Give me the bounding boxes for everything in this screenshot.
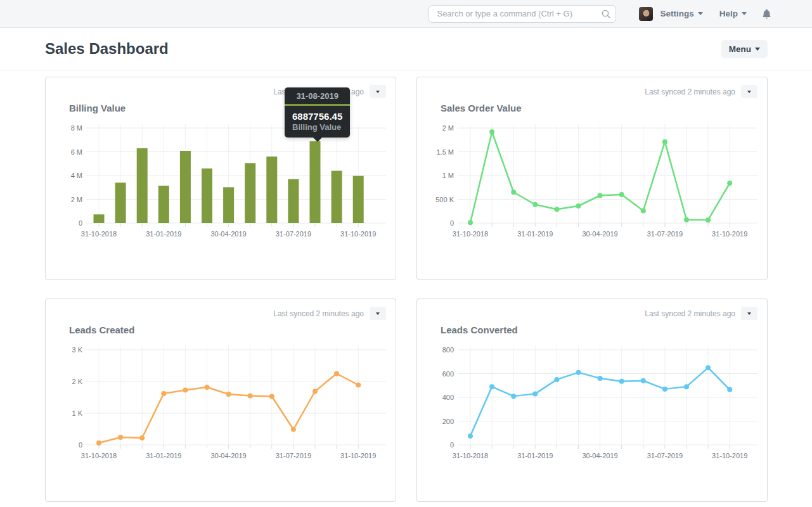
- svg-text:2 M: 2 M: [442, 124, 454, 132]
- chart-title: Leads Converted: [441, 324, 767, 335]
- svg-text:0: 0: [450, 441, 454, 449]
- menu-button-label: Menu: [729, 44, 751, 54]
- svg-text:31-10-2018: 31-10-2018: [453, 452, 488, 459]
- search-input[interactable]: [429, 5, 616, 23]
- svg-text:600: 600: [442, 370, 454, 378]
- chart-card-billing-value: Last synced 2 minutes ago Billing Value …: [45, 77, 396, 280]
- chevron-down-icon: [755, 48, 760, 51]
- svg-text:30-04-2019: 30-04-2019: [582, 452, 617, 459]
- svg-text:30-04-2019: 30-04-2019: [210, 452, 246, 459]
- chevron-down-icon: [376, 91, 380, 93]
- svg-text:1 M: 1 M: [442, 172, 454, 179]
- page-header: Sales Dashboard Menu: [0, 28, 812, 70]
- chevron-down-icon: [742, 12, 747, 15]
- chart-title: Sales Order Value: [441, 103, 767, 113]
- last-synced-text: Last synced 2 minutes ago: [645, 309, 735, 318]
- leads-converted-chart[interactable]: 020040060080031-10-201831-01-201930-04-2…: [417, 337, 767, 464]
- chart-card-sales-order-value: Last synced 2 minutes ago Sales Order Va…: [416, 77, 768, 280]
- svg-text:0: 0: [79, 441, 82, 449]
- card-menu-button[interactable]: [741, 85, 757, 98]
- chevron-down-icon: [747, 91, 751, 93]
- help-label: Help: [719, 9, 738, 18]
- svg-text:31-07-2019: 31-07-2019: [647, 230, 683, 238]
- svg-text:30-04-2019: 30-04-2019: [582, 230, 617, 238]
- svg-text:31-10-2019: 31-10-2019: [340, 452, 376, 459]
- search-icon: [602, 10, 610, 18]
- settings-menu[interactable]: Settings: [660, 9, 702, 18]
- svg-text:200: 200: [442, 418, 454, 425]
- notification-bell-icon[interactable]: [762, 9, 771, 19]
- tooltip-label: Billing Value: [285, 122, 350, 138]
- tooltip-value: 6887756.45: [285, 106, 350, 122]
- svg-text:500 K: 500 K: [435, 196, 454, 203]
- leads-created-chart[interactable]: 01 K2 K3 K31-10-201831-01-201930-04-2019…: [46, 337, 396, 464]
- global-search[interactable]: [429, 5, 616, 23]
- svg-text:8 M: 8 M: [71, 124, 82, 132]
- help-menu[interactable]: Help: [719, 9, 747, 18]
- svg-text:1.5 M: 1.5 M: [436, 148, 454, 156]
- chart-title: Leads Created: [69, 324, 396, 335]
- svg-text:400: 400: [442, 394, 454, 401]
- svg-text:30-04-2019: 30-04-2019: [210, 230, 246, 238]
- dashboard-grid: Last synced 2 minutes ago Billing Value …: [45, 77, 768, 502]
- last-synced-text: Last synced 2 minutes ago: [273, 309, 364, 318]
- page-title: Sales Dashboard: [45, 40, 169, 58]
- svg-text:31-10-2018: 31-10-2018: [453, 230, 488, 238]
- svg-text:31-10-2019: 31-10-2019: [340, 230, 376, 238]
- sales-order-value-chart[interactable]: 0500 K1 M1.5 M2 M31-10-201831-01-201930-…: [417, 115, 767, 242]
- chevron-down-icon: [376, 312, 380, 315]
- svg-text:31-07-2019: 31-07-2019: [276, 452, 311, 459]
- svg-text:31-10-2019: 31-10-2019: [712, 230, 747, 238]
- svg-text:31-07-2019: 31-07-2019: [647, 452, 683, 459]
- tooltip-arrow: [313, 138, 322, 142]
- svg-text:31-01-2019: 31-01-2019: [146, 452, 181, 459]
- svg-text:31-10-2018: 31-10-2018: [81, 230, 117, 238]
- svg-text:1 K: 1 K: [72, 409, 82, 417]
- svg-text:3 K: 3 K: [72, 346, 82, 354]
- svg-text:2 M: 2 M: [71, 196, 82, 203]
- card-menu-button[interactable]: [741, 307, 757, 320]
- chevron-down-icon: [747, 312, 751, 315]
- chart-tooltip: 31-08-2019 6887756.45 Billing Value: [285, 87, 350, 138]
- chart-card-leads-converted: Last synced 2 minutes ago Leads Converte…: [416, 298, 768, 502]
- svg-text:31-01-2019: 31-01-2019: [517, 230, 553, 238]
- svg-text:0: 0: [450, 219, 454, 227]
- svg-text:800: 800: [442, 346, 454, 354]
- settings-label: Settings: [660, 9, 693, 18]
- svg-text:31-10-2019: 31-10-2019: [712, 452, 747, 459]
- user-avatar[interactable]: [639, 7, 653, 21]
- svg-text:31-01-2019: 31-01-2019: [146, 230, 181, 238]
- menu-button[interactable]: Menu: [721, 40, 768, 58]
- svg-text:4 M: 4 M: [71, 172, 82, 179]
- svg-text:0: 0: [79, 219, 82, 227]
- chart-card-leads-created: Last synced 2 minutes ago Leads Created …: [45, 298, 396, 502]
- svg-text:31-07-2019: 31-07-2019: [276, 230, 311, 238]
- svg-text:6 M: 6 M: [71, 148, 82, 156]
- navbar: Settings Help: [0, 0, 812, 28]
- svg-text:2 K: 2 K: [72, 378, 82, 385]
- svg-text:31-10-2018: 31-10-2018: [81, 452, 117, 459]
- tooltip-date: 31-08-2019: [285, 87, 350, 106]
- svg-text:31-01-2019: 31-01-2019: [517, 452, 553, 459]
- card-menu-button[interactable]: [370, 307, 386, 320]
- last-synced-text: Last synced 2 minutes ago: [645, 87, 735, 96]
- chevron-down-icon: [698, 12, 703, 15]
- card-menu-button[interactable]: [370, 85, 386, 98]
